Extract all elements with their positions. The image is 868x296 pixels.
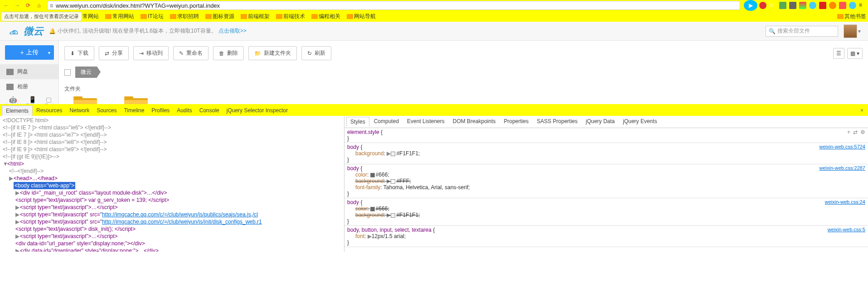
source-link[interactable]: weixin-web.css:2287 bbox=[820, 165, 866, 171]
evernote-icon[interactable] bbox=[779, 2, 786, 9]
breadcrumb-root[interactable]: 微云 bbox=[75, 67, 97, 78]
sidebar-item-label: 相册 bbox=[17, 83, 28, 91]
devtools-tab-elements[interactable]: Elements bbox=[2, 105, 33, 116]
logo-text: 微云 bbox=[24, 24, 44, 38]
list-view-button[interactable]: ☰ bbox=[833, 48, 844, 59]
css-rule[interactable]: weixin-web.css:24body {color: #666;backg… bbox=[344, 198, 868, 226]
css-rule[interactable]: weixin-web.css:2287body {color: #666;bac… bbox=[344, 164, 868, 198]
devtools-tab-network[interactable]: Network bbox=[66, 105, 93, 116]
delete-button[interactable]: 🗑删除 bbox=[213, 46, 244, 60]
bookmark-folder[interactable]: 前端技术 bbox=[276, 13, 305, 20]
android-link[interactable]: 🤖Android bbox=[5, 96, 20, 104]
adblock-icon[interactable] bbox=[759, 2, 766, 9]
search-input[interactable]: 🔍 搜索全部文件 bbox=[766, 26, 838, 37]
iphone-link[interactable]: 📱iPhone bbox=[25, 96, 39, 104]
other-bookmarks[interactable]: 其他书签 bbox=[837, 13, 866, 20]
rename-button[interactable]: ✎重命名 bbox=[173, 46, 209, 60]
home-button[interactable]: ⌂ bbox=[34, 1, 44, 10]
address-bar[interactable]: 🗎 www.weiyun.com/disk/index.html?WYTAG=w… bbox=[47, 1, 740, 10]
ext-icon-7[interactable] bbox=[819, 2, 826, 9]
ext-icon-10[interactable] bbox=[849, 2, 856, 9]
upload-button[interactable]: + 上传 ▾ bbox=[5, 45, 54, 60]
devtools-tab-sources[interactable]: Sources bbox=[93, 105, 120, 116]
play-button[interactable]: ▶ bbox=[744, 0, 757, 11]
bookmark-folder[interactable]: 前端框架 bbox=[241, 13, 270, 20]
star-icon[interactable]: ☆ bbox=[769, 2, 776, 9]
ext-icon-9[interactable] bbox=[839, 2, 846, 9]
chevron-down-icon[interactable]: ▾ bbox=[48, 50, 50, 55]
toggle-state-icon[interactable]: ⇄ bbox=[853, 129, 858, 135]
android-icon: 🤖 bbox=[5, 96, 20, 103]
reload-button[interactable]: ⟳ bbox=[24, 1, 33, 10]
source-link[interactable]: weixin-web.css:5 bbox=[828, 227, 865, 232]
avatar-dropdown-icon[interactable]: ▾ bbox=[858, 28, 861, 34]
folder-icon bbox=[141, 14, 147, 19]
sidebar-item-album[interactable]: 相册 bbox=[0, 79, 58, 94]
refresh-button[interactable]: ↻刷新 bbox=[301, 46, 331, 60]
folder-item[interactable] bbox=[73, 98, 97, 104]
notice-link[interactable]: 点击领取>> bbox=[218, 27, 247, 35]
styles-tab-event-listeners[interactable]: Event Listeners bbox=[403, 117, 448, 127]
devtools-tab-console[interactable]: Console bbox=[196, 105, 223, 116]
bookmarks-bar: 点击可后退，按住可查看历史记录 常网站常用网站IT论坛求职招聘图标资源前端框架前… bbox=[0, 11, 868, 22]
bookmark-folder[interactable]: 常用网站 bbox=[105, 13, 134, 20]
styles-tab-properties[interactable]: Properties bbox=[500, 117, 532, 127]
devtools-tab-profiles[interactable]: Profiles bbox=[148, 105, 173, 116]
ext-icon-4[interactable] bbox=[789, 2, 796, 9]
devtools-tab-timeline[interactable]: Timeline bbox=[120, 105, 148, 116]
download-button[interactable]: ⬇下载 bbox=[64, 46, 94, 60]
bookmark-folder[interactable]: 图标资源 bbox=[205, 13, 234, 20]
source-link[interactable]: weixin-web.css:24 bbox=[825, 199, 865, 205]
ext-icon-8[interactable] bbox=[829, 2, 836, 9]
grid-view-button[interactable]: ▦ ▾ bbox=[847, 48, 863, 59]
elements-panel[interactable]: <!DOCTYPE html> <!--[if lt IE 7 ]> <html… bbox=[0, 116, 344, 252]
menu-icon[interactable]: ≡ bbox=[859, 2, 866, 9]
source-link[interactable]: weixin-web.css:5724 bbox=[820, 144, 866, 149]
back-button[interactable]: ← bbox=[2, 1, 11, 10]
styles-tab-sass-properties[interactable]: SASS Properties bbox=[533, 117, 581, 127]
styles-tab-jquery-events[interactable]: jQuery Events bbox=[619, 117, 660, 127]
css-rule[interactable]: +⇄⚙element.style {} bbox=[344, 128, 868, 143]
newfolder-button[interactable]: 📁新建文件夹 bbox=[248, 46, 297, 60]
avatar[interactable] bbox=[844, 24, 857, 38]
styles-tab-dom-breakpoints[interactable]: DOM Breakpoints bbox=[449, 117, 499, 127]
styles-tab-styles[interactable]: Styles bbox=[346, 117, 369, 127]
devtools-tab-jquery-selector-inspector[interactable]: jQuery Selector Inspector bbox=[223, 105, 291, 116]
bookmark-folder[interactable]: 网站导航 bbox=[347, 13, 376, 20]
devtools-tabs: ElementsResourcesNetworkSourcesTimelineP… bbox=[0, 105, 868, 116]
app-body: + 上传 ▾ 网盘 相册 🤖Android 📱iPhone ▢iPad ⬇下载 … bbox=[0, 41, 868, 104]
bookmark-folder[interactable]: 求职招聘 bbox=[170, 13, 199, 20]
devtools-tab-resources[interactable]: Resources bbox=[33, 105, 66, 116]
svg-point-0 bbox=[13, 31, 15, 33]
content-area: ⬇下载 ⇄分享 ⇥移动到 ✎重命名 🗑删除 📁新建文件夹 ↻刷新 ☰ ▦ ▾ 微… bbox=[59, 41, 868, 104]
forward-button[interactable]: → bbox=[13, 1, 22, 10]
selected-element[interactable]: <body class="web-app"> bbox=[14, 182, 75, 189]
folder-item[interactable] bbox=[124, 98, 148, 104]
css-rule[interactable]: weixin-web.css:5724body {background: ▶#F… bbox=[344, 143, 868, 164]
download-icon: ⬇ bbox=[70, 50, 75, 57]
select-all-checkbox[interactable] bbox=[64, 69, 71, 76]
other-bookmarks-label: 其他书签 bbox=[844, 13, 866, 20]
weiyun-logo[interactable]: 微云 bbox=[7, 24, 44, 38]
ext-icon-6[interactable] bbox=[809, 2, 816, 9]
gear-icon[interactable]: ⚙ bbox=[860, 129, 865, 135]
bookmark-folder[interactable]: 编程相关 bbox=[311, 13, 340, 20]
styles-tab-jquery-data[interactable]: jQuery Data bbox=[582, 117, 618, 127]
ext-icon-5[interactable] bbox=[799, 2, 806, 9]
share-button[interactable]: ⇄分享 bbox=[99, 46, 129, 60]
sidebar-item-label: 网盘 bbox=[17, 68, 28, 76]
move-icon: ⇥ bbox=[139, 50, 144, 57]
folder-icon bbox=[837, 14, 844, 19]
sidebar-item-disk[interactable]: 网盘 bbox=[0, 64, 58, 79]
ipad-link[interactable]: ▢iPad bbox=[44, 96, 53, 104]
css-rule[interactable]: weixin-web.css:5body, button, input, sel… bbox=[344, 226, 868, 247]
cloud-logo-icon bbox=[7, 26, 21, 37]
devtools-tab-audits[interactable]: Audits bbox=[173, 105, 195, 116]
bookmark-folder[interactable]: IT论坛 bbox=[141, 13, 164, 20]
add-rule-icon[interactable]: + bbox=[847, 129, 850, 135]
moveto-button[interactable]: ⇥移动到 bbox=[133, 46, 169, 60]
devtools-close-button[interactable]: × bbox=[858, 107, 866, 114]
styles-panel[interactable]: StylesComputedEvent ListenersDOM Breakpo… bbox=[344, 116, 868, 252]
styles-tab-computed[interactable]: Computed bbox=[370, 117, 402, 127]
folder-icon bbox=[347, 14, 353, 19]
